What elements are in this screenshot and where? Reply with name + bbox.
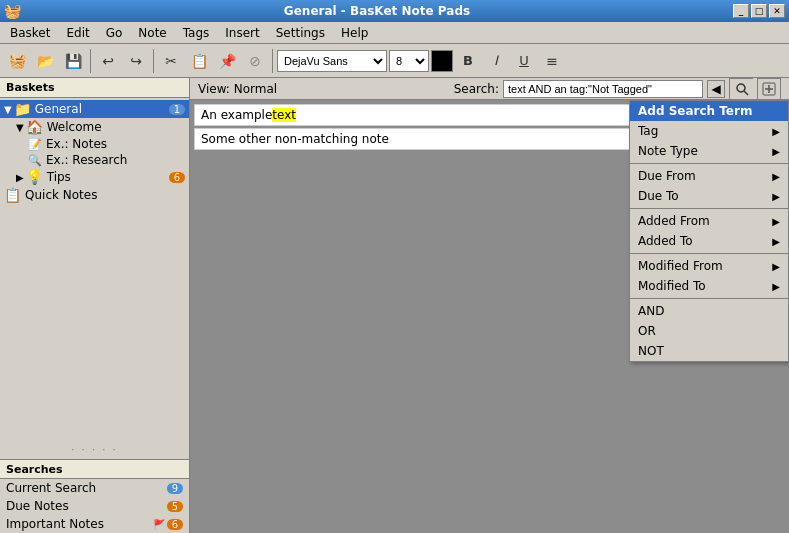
dropdown-item-tag[interactable]: Tag ▶	[630, 121, 788, 141]
font-select[interactable]: DejaVu Sans	[277, 50, 387, 72]
dropdown-item-or[interactable]: OR	[630, 321, 788, 341]
baskets-header: Baskets	[0, 78, 189, 98]
sidebar-item-ex-research[interactable]: 🔍 Ex.: Research	[24, 152, 189, 168]
badge-important-notes: 6	[167, 519, 183, 530]
tree-toggle-tips[interactable]: ▶	[16, 172, 24, 183]
sidebar-item-due-notes[interactable]: Due Notes 5	[0, 497, 189, 515]
tree-toggle-general[interactable]: ▼	[4, 104, 12, 115]
toolbar: 🧺 📂 💾 ↩ ↪ ✂ 📋 📌 ⊘ DejaVu Sans 8 B I U ≡	[0, 44, 789, 78]
dropdown-tag-label: Tag	[638, 124, 658, 138]
search-add-term-button[interactable]	[757, 78, 781, 100]
cut-btn[interactable]: ✂	[158, 48, 184, 74]
sidebar-item-general[interactable]: ▼ 📁 General 1	[0, 100, 189, 118]
important-notes-label: Important Notes	[6, 517, 153, 531]
italic-btn[interactable]: I	[483, 48, 509, 74]
badge-current-search: 9	[167, 483, 183, 494]
color-picker[interactable]	[431, 50, 453, 72]
basket-icon-welcome: 🏠	[26, 119, 43, 135]
dropdown-arrow-modified-to: ▶	[772, 281, 780, 292]
searches-header: Searches	[0, 459, 189, 479]
basket-icon-quick-notes: 📋	[4, 187, 21, 203]
due-notes-label: Due Notes	[6, 499, 167, 513]
delete-btn[interactable]: ⊘	[242, 48, 268, 74]
dropdown-sep2	[630, 208, 788, 209]
bold-btn[interactable]: B	[455, 48, 481, 74]
sidebar-item-tips[interactable]: ▶ 💡 Tips 6	[12, 168, 189, 186]
search-clear-button[interactable]: ◀	[707, 80, 725, 98]
sidebar-item-welcome[interactable]: ▼ 🏠 Welcome	[12, 118, 189, 136]
minimize-button[interactable]: _	[733, 4, 749, 18]
dropdown-item-modified-to[interactable]: Modified To ▶	[630, 276, 788, 296]
basket-label-tips: Tips	[47, 170, 169, 184]
content-header: View: Normal Search: ◀	[190, 78, 789, 100]
dropdown-item-and[interactable]: AND	[630, 301, 788, 321]
dropdown-item-due-to[interactable]: Due To ▶	[630, 186, 788, 206]
search-input[interactable]	[503, 80, 703, 98]
basket-label-welcome: Welcome	[47, 120, 185, 134]
align-btn[interactable]: ≡	[539, 48, 565, 74]
basket-label-ex-research: Ex.: Research	[46, 153, 185, 167]
menu-tags[interactable]: Tags	[175, 24, 218, 42]
basket-icon-general: 📁	[14, 101, 31, 117]
svg-point-0	[737, 84, 745, 92]
menu-help[interactable]: Help	[333, 24, 376, 42]
dropdown-arrow-added-from: ▶	[772, 216, 780, 227]
main-layout: Baskets ▼ 📁 General 1 ▼ 🏠 Welcome 📝 Ex.:…	[0, 78, 789, 533]
titlebar-controls: _ □ ✕	[733, 4, 785, 18]
copy-btn[interactable]: 📋	[186, 48, 212, 74]
tree-toggle-welcome[interactable]: ▼	[16, 122, 24, 133]
search-bar: Search: ◀	[454, 78, 781, 100]
dropdown-arrow-modified-from: ▶	[772, 261, 780, 272]
menu-note[interactable]: Note	[130, 24, 174, 42]
underline-btn[interactable]: U	[511, 48, 537, 74]
paste-btn[interactable]: 📌	[214, 48, 240, 74]
titlebar-icon: 🧺	[4, 3, 21, 19]
dropdown-arrow-due-from: ▶	[772, 171, 780, 182]
basket-icon-tips: 💡	[26, 169, 43, 185]
sidebar-item-important-notes[interactable]: Important Notes 🚩 6	[0, 515, 189, 533]
search-text-label: Search:	[454, 82, 499, 96]
dropdown-or-label: OR	[638, 324, 656, 338]
dropdown-item-not[interactable]: NOT	[630, 341, 788, 361]
dropdown-item-modified-from[interactable]: Modified From ▶	[630, 256, 788, 276]
close-button[interactable]: ✕	[769, 4, 785, 18]
menu-settings[interactable]: Settings	[268, 24, 333, 42]
sidebar-item-current-search[interactable]: Current Search 9	[0, 479, 189, 497]
search-icon	[735, 82, 749, 96]
open-btn[interactable]: 📂	[32, 48, 58, 74]
dropdown-arrow-added-to: ▶	[772, 236, 780, 247]
sidebar-item-quick-notes[interactable]: 📋 Quick Notes	[0, 186, 189, 204]
redo-btn[interactable]: ↪	[123, 48, 149, 74]
undo-btn[interactable]: ↩	[95, 48, 121, 74]
basket-icon-ex-notes: 📝	[28, 138, 42, 151]
basket-label-ex-notes: Ex.: Notes	[46, 137, 185, 151]
dropdown-item-note-type[interactable]: Note Type ▶	[630, 141, 788, 161]
dropdown-item-added-from[interactable]: Added From ▶	[630, 211, 788, 231]
menu-edit[interactable]: Edit	[58, 24, 97, 42]
search-items: Current Search 9 Due Notes 5 Important N…	[0, 479, 189, 533]
new-basket-btn[interactable]: 🧺	[4, 48, 30, 74]
search-icon-button[interactable]	[729, 78, 753, 100]
dropdown-modified-from-label: Modified From	[638, 259, 723, 273]
basket-tree: ▼ 📁 General 1 ▼ 🏠 Welcome 📝 Ex.: Notes 🔍…	[0, 98, 189, 440]
menu-go[interactable]: Go	[98, 24, 131, 42]
dropdown-item-added-to[interactable]: Added To ▶	[630, 231, 788, 251]
menu-insert[interactable]: Insert	[217, 24, 267, 42]
add-search-term-dropdown: Add Search Term Tag ▶ Note Type ▶ Due Fr…	[629, 100, 789, 362]
dropdown-note-type-label: Note Type	[638, 144, 698, 158]
dropdown-sep3	[630, 253, 788, 254]
dropdown-sep1	[630, 163, 788, 164]
dropdown-added-from-label: Added From	[638, 214, 710, 228]
notes-area: An exampletext Some other non-matching n…	[190, 100, 789, 533]
flag-icon: 🚩	[153, 519, 165, 530]
save-btn[interactable]: 💾	[60, 48, 86, 74]
dropdown-due-from-label: Due From	[638, 169, 696, 183]
font-size-select[interactable]: 8	[389, 50, 429, 72]
badge-due-notes: 5	[167, 501, 183, 512]
sidebar-item-ex-notes[interactable]: 📝 Ex.: Notes	[24, 136, 189, 152]
dropdown-arrow-tag: ▶	[772, 126, 780, 137]
dropdown-item-due-from[interactable]: Due From ▶	[630, 166, 788, 186]
note-1-text-before: An example	[201, 108, 272, 122]
menu-basket[interactable]: Basket	[2, 24, 58, 42]
maximize-button[interactable]: □	[751, 4, 767, 18]
